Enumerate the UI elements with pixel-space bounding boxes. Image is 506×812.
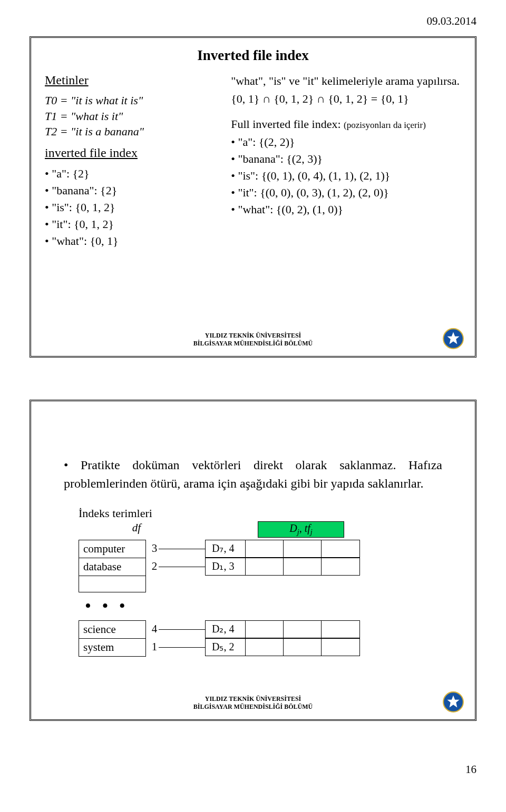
connector-line [163, 638, 205, 656]
posting-header-d: D [289, 522, 297, 534]
posting-list: D₁, 3 [205, 558, 360, 576]
posting-cell-empty [284, 558, 322, 575]
list-item: "what": {(0, 2), (1, 0)} [231, 201, 461, 218]
footer-line2: BİLGİSAYAR MÜHENDİSLİĞİ BÖLÜMÜ [31, 340, 475, 348]
footer-line1: YILDIZ TEKNİK ÜNİVERSİTESİ [31, 695, 475, 703]
slide-1: Inverted file index Metinler T0 = "it is… [30, 36, 476, 358]
metinler-heading: Metinler [45, 73, 226, 87]
university-logo-icon [442, 691, 464, 713]
posting-cell-empty [284, 621, 322, 638]
list-item: "what": {0, 1} [45, 233, 226, 250]
list-item: "it": {0, 1, 2} [45, 216, 226, 233]
full-inverted-heading: Full inverted file index: (pozisyonları … [231, 116, 461, 132]
footer-line1: YILDIZ TEKNİK ÜNİVERSİTESİ [31, 332, 475, 340]
slide1-title: Inverted file index [45, 47, 461, 64]
table-header-row: df Dj, tfj [79, 521, 461, 538]
posting-cell: D₂, 4 [206, 621, 246, 638]
table-row: system 1 D₅, 2 [79, 638, 461, 656]
posting-cell-empty [246, 540, 284, 557]
table-row: science 4 D₂, 4 [79, 620, 461, 638]
text-t0: T0 = "it is what it is" [45, 93, 226, 108]
page: 09.03.2014 Inverted file index Metinler … [0, 0, 506, 797]
posting-header-tf: , tf [299, 522, 310, 534]
full-inverted-list: "a": {(2, 2)} "banana": {(2, 3)} "is": {… [231, 134, 461, 217]
slide1-footer: YILDIZ TEKNİK ÜNİVERSİTESİ BİLGİSAYAR MÜ… [31, 332, 475, 348]
posting-cell-empty [284, 639, 322, 656]
posting-cell: D₇, 4 [206, 540, 246, 557]
page-date: 09.03.2014 [30, 15, 476, 28]
list-item: "a": {2} [45, 165, 226, 182]
intersection-formula: {0, 1} ∩ {0, 1, 2} ∩ {0, 1, 2} = {0, 1} [231, 92, 461, 106]
slide-2: Pratikte doküman vektörleri direkt olara… [30, 400, 476, 721]
list-item: "is": {0, 1, 2} [45, 199, 226, 216]
posting-cell-empty [322, 540, 359, 557]
connector-line [163, 558, 205, 576]
list-item: "a": {(2, 2)} [231, 134, 461, 151]
text-t2: T2 = "it is a banana" [45, 124, 226, 140]
df-header: df [79, 521, 163, 538]
posting-list: D₂, 4 [205, 620, 360, 638]
posting-cell: D₅, 2 [206, 639, 246, 656]
term-cell: database [79, 558, 146, 576]
posting-header-tf-sub: j [310, 528, 313, 536]
posting-cell: D₁, 3 [206, 558, 246, 575]
posting-header: Dj, tfj [258, 521, 344, 538]
text-t1: T1 = "what is it" [45, 108, 226, 124]
term-cell: computer [79, 540, 146, 558]
posting-list: D₅, 2 [205, 638, 360, 656]
list-item: "banana": {2} [45, 182, 226, 199]
table-row: database 2 D₁, 3 [79, 558, 461, 576]
list-item: "banana": {(2, 3)} [231, 151, 461, 167]
posting-cell-empty [246, 621, 284, 638]
slide1-left-column: Metinler T0 = "it is what it is" T1 = "w… [45, 73, 226, 252]
slide1-right-column: "what", "is" ve "it" kelimeleriyle arama… [231, 73, 461, 252]
slide2-footer: YILDIZ TEKNİK ÜNİVERSİTESİ BİLGİSAYAR MÜ… [31, 695, 475, 711]
connector-line [163, 620, 205, 638]
posting-cell-empty [322, 621, 359, 638]
search-note: "what", "is" ve "it" kelimeleriyle arama… [231, 73, 461, 89]
inverted-index-list: "a": {2} "banana": {2} "is": {0, 1, 2} "… [45, 165, 226, 249]
posting-list: D₇, 4 [205, 540, 360, 558]
term-cell: science [79, 620, 146, 639]
list-item: "it": {(0, 0), (0, 3), (1, 2), (2, 0)} [231, 184, 461, 201]
posting-cell-empty [246, 639, 284, 656]
posting-cell-empty [246, 558, 284, 575]
footer-line2: BİLGİSAYAR MÜHENDİSLİĞİ BÖLÜMÜ [31, 703, 475, 711]
posting-cell-empty [284, 540, 322, 557]
full-heading-pre: Full inverted file index: [231, 117, 344, 131]
table-row: computer 3 D₇, 4 [79, 540, 461, 558]
full-heading-note: (pozisyonları da içerir) [344, 120, 426, 130]
posting-cell-empty [322, 558, 359, 575]
table-row-empty [79, 576, 461, 592]
inverted-file-index-heading: inverted file index [45, 146, 226, 160]
page-number: 16 [30, 763, 476, 776]
posting-cell-empty [322, 639, 359, 656]
list-item: "is": {(0, 1), (0, 4), (1, 1), (2, 1)} [231, 167, 461, 184]
term-cell-empty [79, 576, 146, 592]
university-logo-icon [442, 328, 464, 350]
ellipsis-row [85, 597, 461, 615]
term-cell: system [79, 638, 146, 657]
index-terms-label: İndeks terimleri [79, 507, 461, 520]
slide2-paragraph: Pratikte doküman vektörleri direkt olara… [64, 456, 461, 493]
connector-line [163, 540, 205, 558]
